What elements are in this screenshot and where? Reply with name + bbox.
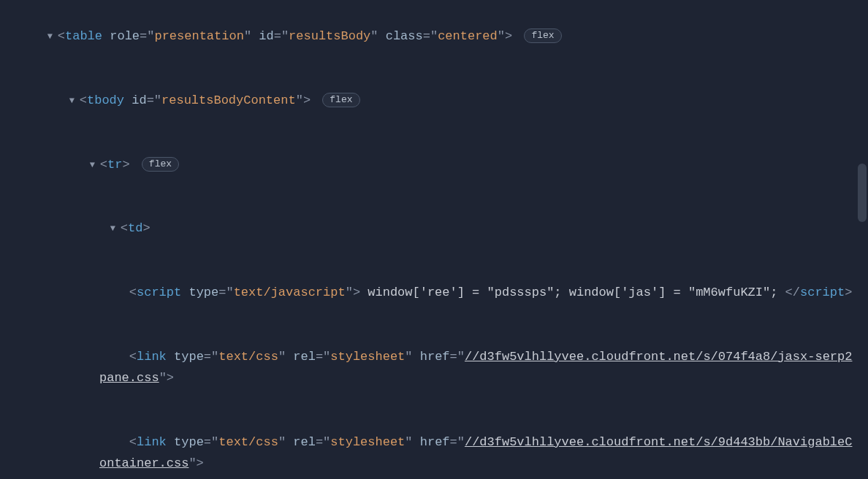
expand-arrow-icon[interactable] (90, 158, 99, 173)
dom-node-link[interactable]: <link type="text/css" rel="stylesheet" h… (0, 325, 868, 410)
dom-node-table-resultsBody[interactable]: <table role="presentation" id="resultsBo… (0, 4, 868, 69)
expand-arrow-icon[interactable] (69, 93, 78, 109)
expand-arrow-icon[interactable] (47, 29, 56, 45)
dom-node-tbody-resultsBodyContent[interactable]: <tbody id="resultsBodyContent"> flex (0, 69, 868, 133)
elements-panel: <table role="presentation" id="resultsBo… (0, 0, 868, 479)
scrollbar-thumb[interactable] (858, 164, 867, 222)
dom-node-script[interactable]: <script type="text/javascript"> window['… (0, 261, 868, 325)
flex-badge[interactable]: flex (524, 28, 561, 43)
dom-node-td[interactable]: <td> (0, 196, 868, 261)
expand-arrow-icon[interactable] (110, 221, 119, 237)
dom-node-tr[interactable]: <tr> flex (0, 132, 868, 196)
flex-badge[interactable]: flex (322, 93, 359, 107)
flex-badge[interactable]: flex (142, 157, 179, 172)
dom-node-link[interactable]: <link type="text/css" rel="stylesheet" h… (0, 410, 868, 479)
